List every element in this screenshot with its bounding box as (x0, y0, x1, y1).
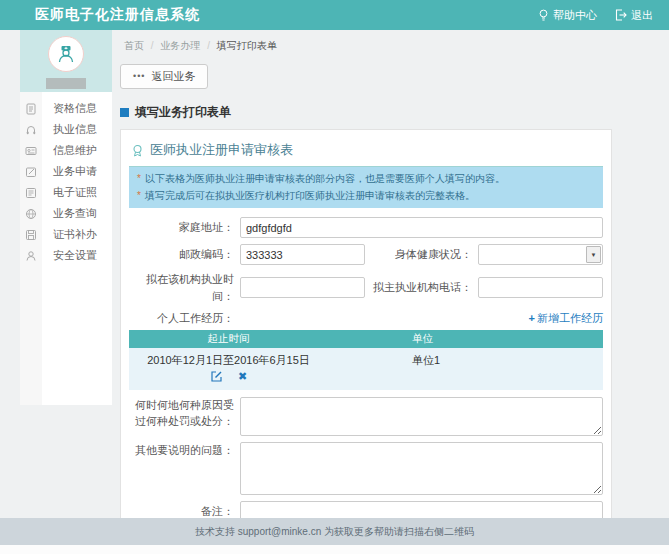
remarks-label: 备注： (129, 503, 240, 520)
footer-text: 技术支持 support@minke.cn 为获取更多帮助请扫描右侧二维码 (195, 525, 474, 539)
sidebar: 资格信息 执业信息 信息维护 业务申请 电子证照 (20, 30, 112, 405)
doctor-icon (55, 43, 77, 65)
notice-line: *填写完成后可在拟执业医疗机构打印医师执业注册申请审核表的完整表格。 (137, 188, 595, 205)
postal-code-label: 邮政编码： (129, 246, 240, 263)
lightbulb-icon (538, 9, 549, 22)
plus-icon: + (529, 312, 535, 324)
sidebar-menu: 资格信息 执业信息 信息维护 业务申请 电子证照 (20, 92, 112, 272)
main-content: 首页 / 业务办理 / 填写打印表单 ••• 返回业务 填写业务打印表单 (120, 30, 612, 554)
punishment-field[interactable] (240, 397, 603, 436)
sidebar-item-qualification-info[interactable]: 资格信息 (20, 98, 112, 119)
add-work-history-link[interactable]: +新增工作经历 (529, 311, 603, 326)
ellipsis-icon: ••• (133, 72, 145, 81)
user-name-redacted (46, 78, 86, 89)
avatar[interactable] (48, 36, 84, 72)
postal-code-field[interactable] (240, 244, 365, 265)
headset-icon (20, 124, 42, 136)
org-phone-label: 拟主执业机构电话： (365, 280, 478, 295)
table-header-row: 起止时间 单位 (129, 330, 603, 348)
punishment-label: 何时何地何种原因受过何种处罚或处分： (129, 397, 240, 430)
page-title: 填写业务打印表单 (120, 104, 612, 121)
user-icon (20, 250, 42, 262)
sidebar-item-business-application[interactable]: 业务申请 (20, 161, 112, 182)
id-card-icon (20, 145, 42, 157)
notice-box: *以下表格为医师执业注册申请审核表的部分内容，也是需要医师个人填写的内容。 *填… (129, 167, 603, 208)
bottom-strip (0, 545, 669, 554)
work-unit-cell: 单位1 (328, 348, 603, 368)
edit-icon (20, 166, 42, 178)
column-header-period: 起止时间 (129, 330, 328, 348)
home-address-field[interactable] (240, 217, 603, 238)
chevron-down-icon[interactable]: ▼ (586, 246, 601, 263)
app-title: 医师电子化注册信息系统 (35, 6, 200, 24)
logout-link[interactable]: 退出 (615, 8, 653, 23)
save-icon (20, 229, 42, 241)
form-panel: 医师执业注册申请审核表 *以下表格为医师执业注册申请审核表的部分内容，也是需要医… (120, 129, 612, 554)
breadcrumb: 首页 / 业务办理 / 填写打印表单 (120, 36, 612, 61)
app-window: 医师电子化注册信息系统 帮助中心 退出 (0, 0, 669, 554)
org-phone-field[interactable] (478, 277, 603, 298)
other-issues-field[interactable] (240, 442, 603, 495)
sidebar-item-certificate-reissue[interactable]: 证书补办 (20, 224, 112, 245)
health-status-label: 身体健康状况： (365, 247, 478, 262)
sidebar-item-security-settings[interactable]: 安全设置 (20, 245, 112, 266)
health-status-select[interactable]: ▼ (478, 244, 603, 265)
notice-line: *以下表格为医师执业注册申请审核表的部分内容，也是需要医师个人填写的内容。 (137, 171, 595, 188)
practice-time-field[interactable] (240, 277, 365, 298)
work-history-table: 起止时间 单位 2010年12月1日至2016年6月15日 单位1 (129, 330, 603, 390)
application-form: 家庭地址： 邮政编码： 身体健康状况： ▼ 拟在该机构执业时间： (129, 208, 603, 554)
sidebar-item-business-query[interactable]: 业务查询 (20, 203, 112, 224)
breadcrumb-business[interactable]: 业务办理 (160, 40, 200, 51)
document-icon (20, 103, 42, 115)
top-header: 医师电子化注册信息系统 帮助中心 退出 (0, 0, 669, 30)
practice-time-label: 拟在该机构执业时间： (129, 271, 240, 304)
return-business-button[interactable]: ••• 返回业务 (120, 64, 208, 89)
section-marker-icon (120, 108, 129, 117)
sidebar-item-practice-info[interactable]: 执业信息 (20, 119, 112, 140)
sidebar-item-electronic-certificate[interactable]: 电子证照 (20, 182, 112, 203)
form-title: 医师执业注册申请审核表 (129, 136, 603, 167)
work-period-cell: 2010年12月1日至2016年6月15日 (129, 348, 328, 368)
help-center-link[interactable]: 帮助中心 (538, 8, 597, 23)
certificate-icon (20, 187, 42, 199)
footer: 技术支持 support@minke.cn 为获取更多帮助请扫描右侧二维码 (0, 518, 669, 545)
home-address-label: 家庭地址： (129, 219, 240, 236)
table-row: 2010年12月1日至2016年6月15日 单位1 (129, 348, 603, 368)
breadcrumb-home[interactable]: 首页 (124, 40, 144, 51)
work-history-label: 个人工作经历： (129, 310, 240, 327)
seal-icon (131, 144, 144, 157)
sidebar-item-info-maintenance[interactable]: 信息维护 (20, 140, 112, 161)
delete-row-icon[interactable]: ✖ (238, 370, 247, 383)
user-profile-block (20, 30, 112, 92)
logout-icon (615, 9, 627, 21)
edit-row-icon[interactable] (210, 370, 223, 383)
column-header-unit: 单位 (328, 330, 603, 348)
other-issues-label: 其他要说明的问题： (129, 442, 240, 459)
table-actions-row: ✖ (129, 368, 603, 390)
globe-icon (20, 208, 42, 220)
breadcrumb-current: 填写打印表单 (217, 40, 277, 51)
